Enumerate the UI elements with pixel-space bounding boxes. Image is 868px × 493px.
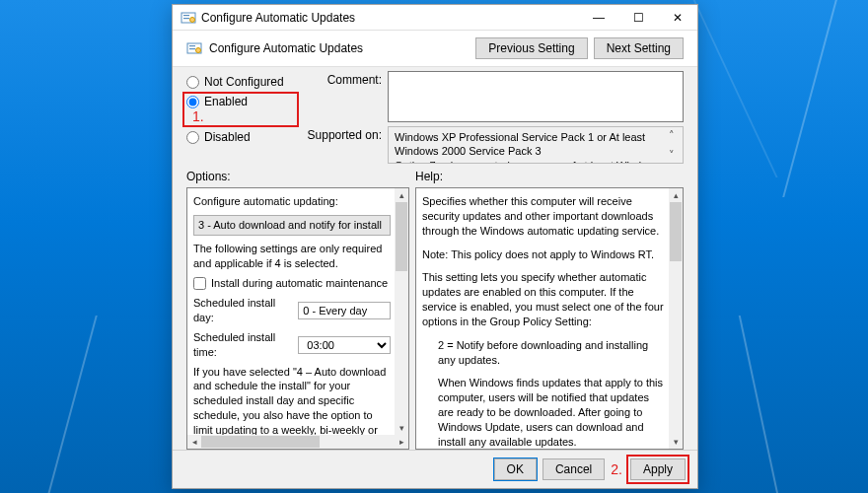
dialog-footer: OK Cancel 2. Apply (173, 450, 697, 488)
radio-label: Disabled (204, 130, 251, 144)
help-text: 2 = Notify before downloading and instal… (438, 338, 665, 368)
scroll-up-icon: ▴ (395, 188, 408, 202)
maximize-button[interactable]: ☐ (618, 5, 658, 30)
chevron-down-icon[interactable]: ˅ (669, 148, 679, 162)
supported-on-label: Supported on: (305, 126, 382, 142)
sched-day-label: Scheduled install day: (193, 296, 294, 325)
sched-time-label: Scheduled install time: (193, 330, 294, 360)
titlebar: Configure Automatic Updates — ☐ ✕ (173, 5, 697, 31)
scroll-down-icon: ▾ (395, 421, 408, 435)
help-text: Note: This policy does not apply to Wind… (422, 247, 665, 262)
apply-button[interactable]: Apply (630, 458, 686, 480)
previous-setting-button[interactable]: Previous Setting (475, 37, 587, 59)
next-setting-button[interactable]: Next Setting (594, 37, 684, 59)
annotation-1: 1. (192, 108, 204, 124)
policy-icon (181, 10, 196, 26)
options-note: The following settings are only required… (193, 242, 391, 271)
comment-label: Comment: (305, 71, 382, 87)
sched-day-select[interactable]: 0 - Every day (298, 302, 391, 320)
scrollbar-vertical[interactable]: ▴ ▾ (669, 188, 683, 449)
scroll-right-icon: ▸ (395, 435, 408, 449)
annotation-2: 2. (611, 461, 622, 477)
annotation-highlight-1: Enabled 1. (182, 92, 299, 127)
svg-rect-6 (189, 48, 195, 49)
svg-rect-2 (183, 18, 189, 19)
scroll-left-icon: ◂ (187, 435, 201, 449)
dialog-window: Configure Automatic Updates — ☐ ✕ Config… (172, 4, 698, 489)
chevron-up-icon[interactable]: ˄ (669, 128, 679, 142)
options-label: Options: (186, 170, 415, 183)
help-pane: Specifies whether this computer will rec… (415, 187, 684, 450)
close-button[interactable]: ✕ (658, 5, 697, 30)
comment-textarea[interactable] (388, 71, 684, 122)
options-heading: Configure automatic updating: (193, 194, 391, 209)
radio-label: Enabled (204, 95, 248, 108)
policy-icon (186, 40, 202, 56)
cancel-button[interactable]: Cancel (542, 458, 605, 480)
scrollbar-vertical[interactable]: ▴ ▾ (395, 188, 408, 435)
help-text: Specifies whether this computer will rec… (422, 194, 665, 239)
supported-on-text: Windows XP Professional Service Pack 1 o… (388, 126, 684, 164)
svg-point-7 (196, 48, 201, 53)
minimize-button[interactable]: — (579, 5, 618, 30)
radio-enabled[interactable]: Enabled (186, 95, 295, 108)
limit-note: If you have selected "4 – Auto download … (193, 365, 391, 435)
configure-updating-select[interactable]: 3 - Auto download and notify for install (193, 215, 391, 236)
svg-point-3 (190, 17, 195, 22)
help-text: This setting lets you specify whether au… (422, 270, 665, 328)
radio-disabled[interactable]: Disabled (186, 130, 295, 144)
help-text: When Windows finds updates that apply to… (438, 376, 665, 449)
help-label: Help: (415, 170, 443, 183)
radio-not-configured[interactable]: Not Configured (186, 75, 295, 89)
content-header: Configure Automatic Updates Previous Set… (173, 31, 697, 67)
ok-button[interactable]: OK (494, 458, 537, 480)
options-pane: Configure automatic updating: 3 - Auto d… (186, 187, 409, 450)
scroll-down-icon: ▾ (669, 435, 683, 449)
radio-label: Not Configured (204, 75, 284, 89)
policy-name: Configure Automatic Updates (209, 41, 363, 55)
maintenance-checkbox[interactable]: Install during automatic maintenance (193, 276, 391, 291)
svg-rect-1 (183, 15, 189, 16)
state-radio-group: Not Configured Enabled 1. Disabled (186, 71, 295, 164)
scroll-up-icon: ▴ (669, 188, 683, 202)
window-title: Configure Automatic Updates (201, 11, 579, 25)
sched-time-select[interactable]: 03:00 (298, 336, 391, 354)
svg-rect-5 (189, 45, 195, 46)
scrollbar-horizontal[interactable]: ◂ ▸ (187, 435, 408, 449)
